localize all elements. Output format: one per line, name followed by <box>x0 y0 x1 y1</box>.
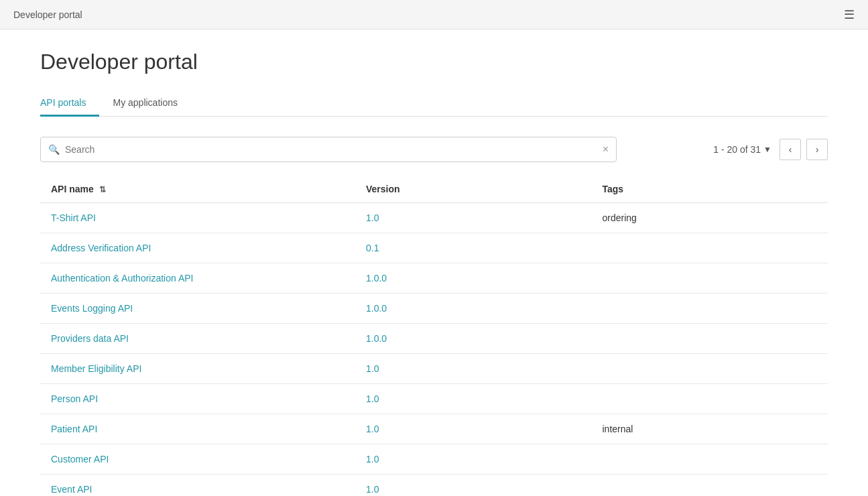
api-version-link[interactable]: 1.0 <box>366 484 379 495</box>
api-tags <box>592 324 828 354</box>
pagination-range: 1 - 20 of 31 <box>713 144 761 155</box>
api-name-link[interactable]: Providers data API <box>51 333 129 344</box>
api-name-link[interactable]: T-Shirt API <box>51 212 96 223</box>
api-tags <box>592 294 828 324</box>
table-row: Event API1.0 <box>40 475 828 497</box>
api-name-link[interactable]: Customer API <box>51 454 109 464</box>
table-row: Person API1.0 <box>40 384 828 414</box>
api-version-link[interactable]: 1.0.0 <box>366 303 387 314</box>
col-header-version: Version <box>355 176 592 203</box>
table-row: Customer API1.0 <box>40 444 828 475</box>
api-name-link[interactable]: Address Verification API <box>51 243 151 253</box>
pagination-dropdown-arrow[interactable]: ▼ <box>763 145 771 154</box>
api-name-link[interactable]: Authentication & Authorization API <box>51 273 193 284</box>
table-row: T-Shirt API1.0ordering <box>40 203 828 233</box>
table-row: Member Eligibility API1.0 <box>40 354 828 384</box>
api-tags: ordering <box>592 203 828 233</box>
table-row: Providers data API1.0.0 <box>40 324 828 354</box>
api-version-link[interactable]: 1.0 <box>366 424 379 434</box>
sort-icon: ⇅ <box>99 185 106 194</box>
api-name-link[interactable]: Patient API <box>51 424 97 434</box>
search-row: 🔍 × 1 - 20 of 31 ▼ ‹ › <box>40 137 828 162</box>
api-tags <box>592 233 828 263</box>
api-version-link[interactable]: 1.0 <box>366 363 379 374</box>
api-name-link[interactable]: Event API <box>51 484 92 495</box>
api-tags <box>592 263 828 294</box>
topnav: Developer portal ☰ <box>0 0 868 29</box>
page-title: Developer portal <box>40 50 828 74</box>
search-container: 🔍 × <box>40 137 617 162</box>
search-input[interactable] <box>40 137 617 162</box>
tab-api-portals[interactable]: API portals <box>40 90 99 117</box>
pagination-next-button[interactable]: › <box>806 139 828 160</box>
table-body: T-Shirt API1.0orderingAddress Verificati… <box>40 203 828 497</box>
api-name-link[interactable]: Person API <box>51 393 98 404</box>
tabs: API portals My applications <box>40 90 828 117</box>
pagination-info: 1 - 20 of 31 ▼ <box>713 144 771 155</box>
api-tags: internal <box>592 414 828 444</box>
api-version-link[interactable]: 0.1 <box>366 243 379 253</box>
api-version-link[interactable]: 1.0.0 <box>366 273 387 284</box>
api-tags <box>592 444 828 475</box>
api-tags <box>592 475 828 497</box>
table-row: Address Verification API0.1 <box>40 233 828 263</box>
table-header: API name ⇅ Version Tags <box>40 176 828 203</box>
api-version-link[interactable]: 1.0 <box>366 212 379 223</box>
pagination: 1 - 20 of 31 ▼ ‹ › <box>713 139 828 160</box>
search-icon: 🔍 <box>48 144 60 155</box>
api-version-link[interactable]: 1.0.0 <box>366 333 387 344</box>
api-tags <box>592 384 828 414</box>
api-version-link[interactable]: 1.0 <box>366 454 379 464</box>
api-table: API name ⇅ Version Tags T-Shirt API1.0or… <box>40 176 828 496</box>
clear-icon[interactable]: × <box>603 143 609 156</box>
pagination-prev-button[interactable]: ‹ <box>780 139 801 160</box>
api-name-link[interactable]: Member Eligibility API <box>51 363 141 374</box>
table-row: Patient API1.0internal <box>40 414 828 444</box>
api-version-link[interactable]: 1.0 <box>366 393 379 404</box>
col-header-api-name: API name ⇅ <box>40 176 355 203</box>
table-row: Authentication & Authorization API1.0.0 <box>40 263 828 294</box>
tab-my-applications[interactable]: My applications <box>99 90 191 117</box>
api-tags <box>592 354 828 384</box>
col-header-tags: Tags <box>592 176 828 203</box>
main-content: Developer portal API portals My applicat… <box>0 29 868 496</box>
hamburger-icon[interactable]: ☰ <box>844 7 855 22</box>
api-name-link[interactable]: Events Logging API <box>51 303 133 314</box>
topnav-title: Developer portal <box>13 9 82 20</box>
table-row: Events Logging API1.0.0 <box>40 294 828 324</box>
